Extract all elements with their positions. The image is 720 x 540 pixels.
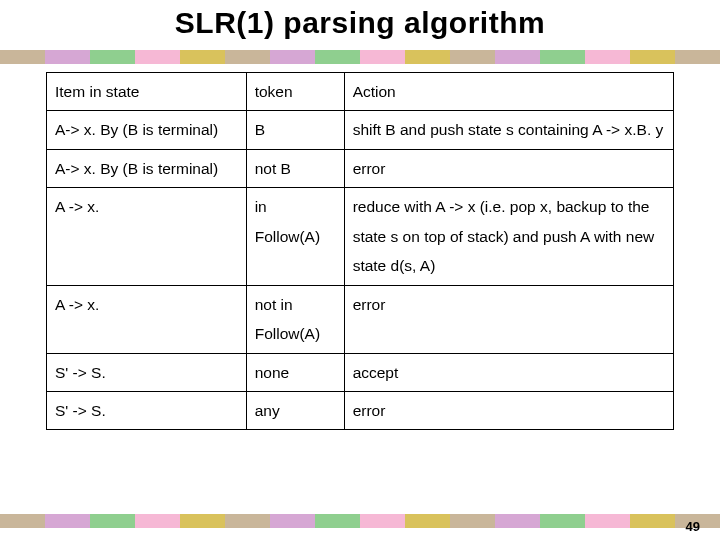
stripe-segment [135, 514, 180, 528]
stripe-segment [270, 514, 315, 528]
stripe-segment [405, 514, 450, 528]
decorative-bottom-stripe [0, 514, 720, 528]
stripe-segment [90, 50, 135, 64]
cell-action: accept [344, 353, 673, 391]
stripe-segment [630, 50, 675, 64]
stripe-segment [360, 514, 405, 528]
header-action: Action [344, 73, 673, 111]
slr-table: Item in state token Action A-> x. By (B … [46, 72, 674, 430]
page-title: SLR(1) parsing algorithm [0, 0, 720, 40]
stripe-segment [630, 514, 675, 528]
table-row: A -> x. in Follow(A) reduce with A -> x … [47, 188, 674, 285]
stripe-segment [0, 514, 45, 528]
stripe-segment [585, 514, 630, 528]
cell-action: error [344, 149, 673, 187]
table-header-row: Item in state token Action [47, 73, 674, 111]
table-container: Item in state token Action A-> x. By (B … [46, 72, 674, 430]
table-row: S' -> S. any error [47, 391, 674, 429]
cell-token: B [246, 111, 344, 149]
stripe-segment [225, 50, 270, 64]
cell-token: not in Follow(A) [246, 285, 344, 353]
stripe-segment [0, 50, 45, 64]
stripe-segment [495, 514, 540, 528]
cell-token: in Follow(A) [246, 188, 344, 285]
page-number: 49 [686, 519, 700, 534]
cell-item: A-> x. By (B is terminal) [47, 149, 247, 187]
stripe-segment [90, 514, 135, 528]
cell-item: S' -> S. [47, 391, 247, 429]
header-token: token [246, 73, 344, 111]
cell-token: not B [246, 149, 344, 187]
stripe-segment [450, 514, 495, 528]
cell-token: none [246, 353, 344, 391]
stripe-segment [405, 50, 450, 64]
stripe-segment [315, 50, 360, 64]
stripe-segment [180, 50, 225, 64]
stripe-segment [495, 50, 540, 64]
stripe-segment [45, 514, 90, 528]
stripe-segment [450, 50, 495, 64]
cell-action: reduce with A -> x (i.e. pop x, backup t… [344, 188, 673, 285]
table-row: S' -> S. none accept [47, 353, 674, 391]
table-row: A -> x. not in Follow(A) error [47, 285, 674, 353]
table-row: A-> x. By (B is terminal) not B error [47, 149, 674, 187]
header-item: Item in state [47, 73, 247, 111]
cell-action: shift B and push state s containing A ->… [344, 111, 673, 149]
stripe-segment [585, 50, 630, 64]
cell-item: A -> x. [47, 188, 247, 285]
stripe-segment [360, 50, 405, 64]
cell-item: A-> x. By (B is terminal) [47, 111, 247, 149]
stripe-segment [180, 514, 225, 528]
stripe-segment [225, 514, 270, 528]
decorative-top-stripe [0, 50, 720, 64]
stripe-segment [135, 50, 180, 64]
stripe-segment [45, 50, 90, 64]
stripe-segment [540, 514, 585, 528]
cell-item: S' -> S. [47, 353, 247, 391]
stripe-segment [315, 514, 360, 528]
table-row: A-> x. By (B is terminal) B shift B and … [47, 111, 674, 149]
cell-item: A -> x. [47, 285, 247, 353]
stripe-segment [675, 50, 720, 64]
cell-action: error [344, 285, 673, 353]
cell-action: error [344, 391, 673, 429]
stripe-segment [270, 50, 315, 64]
stripe-segment [540, 50, 585, 64]
cell-token: any [246, 391, 344, 429]
